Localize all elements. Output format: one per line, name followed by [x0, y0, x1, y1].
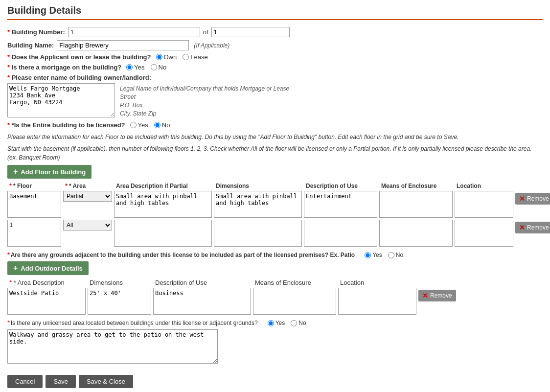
- building-name-input[interactable]: [57, 40, 189, 50]
- outdoor-1-remove-label: Remove: [430, 292, 452, 299]
- unlicensed-yes-label[interactable]: Yes: [268, 320, 285, 326]
- desc-use-col-head: Description of Use: [306, 183, 379, 189]
- grounds-required-star: *: [7, 252, 10, 258]
- outdoor-dimensions-head: Dimensions: [90, 279, 153, 286]
- floor-2-remove-button[interactable]: ✕ Remove: [515, 222, 550, 233]
- building-number-total-input[interactable]: [211, 27, 290, 37]
- own-option-label[interactable]: Own: [156, 53, 177, 61]
- grounds-no-radio[interactable]: [388, 252, 394, 258]
- floor-2-floor-input[interactable]: 1: [7, 220, 61, 247]
- lease-option-label[interactable]: Lease: [183, 53, 207, 61]
- owner-textarea[interactable]: Wells Fargo Mortgage 1234 Bank Ave Fargo…: [7, 83, 115, 117]
- save-button[interactable]: Save: [46, 375, 76, 388]
- outdoor-1-location-input[interactable]: [338, 288, 416, 315]
- outdoor-1-dimensions-input[interactable]: 25' x 40': [88, 288, 151, 315]
- unlicensed-required-star: *: [7, 320, 10, 326]
- area-desc-col-head: Area Description if Partial: [116, 183, 214, 189]
- floor-col-head: * Floor: [9, 183, 63, 189]
- entire-yes-label[interactable]: Yes: [130, 121, 148, 129]
- location-col-head: Location: [457, 183, 515, 189]
- of-label: of: [203, 28, 208, 36]
- mortgage-row: Is there a mortgage on the building? Yes…: [7, 64, 543, 71]
- unlicensed-no-radio[interactable]: [291, 320, 297, 326]
- outdoor-1-desc-use-input[interactable]: Business: [153, 288, 251, 315]
- outdoor-location-head: Location: [340, 279, 418, 286]
- outdoor-1-action-cell: ✕ Remove: [418, 288, 467, 301]
- cancel-button[interactable]: Cancel: [7, 375, 43, 388]
- if-applicable-text: (If Applicable): [194, 42, 229, 49]
- floor-1-area-select[interactable]: Partial All: [63, 191, 112, 202]
- entire-no-radio[interactable]: [154, 122, 160, 128]
- owner-grid: Wells Fargo Mortgage 1234 Bank Ave Fargo…: [7, 83, 543, 117]
- floor-1-floor-input[interactable]: Basement: [7, 191, 61, 218]
- grounds-yes-radio[interactable]: [365, 252, 371, 258]
- entire-building-label: *Is the Entire building to be licensed?: [7, 121, 125, 129]
- building-name-label: Building Name:: [7, 42, 54, 49]
- unlicensed-yes-radio[interactable]: [268, 320, 274, 326]
- outdoor-plus-icon: +: [13, 264, 18, 273]
- unlicensed-no-label[interactable]: No: [291, 320, 306, 326]
- outdoor-row-1: Westside Patio 25' x 40' Business ✕ Remo…: [7, 288, 543, 315]
- building-number-label: Building Number:: [7, 28, 65, 36]
- save-close-button[interactable]: Save & Close: [79, 375, 133, 388]
- outdoor-1-means-enclosure-input[interactable]: [253, 288, 336, 315]
- footer-buttons: Cancel Save Save & Close: [7, 375, 543, 388]
- entire-building-radio-group: Yes No: [130, 121, 170, 129]
- own-lease-row: Does the Applicant own or lease the buil…: [7, 53, 543, 61]
- entire-yes-radio[interactable]: [130, 122, 137, 128]
- floor-2-desc-use-input[interactable]: [304, 220, 377, 247]
- outdoor-1-x-icon: ✕: [422, 292, 428, 300]
- lease-radio[interactable]: [183, 54, 189, 60]
- add-floor-button[interactable]: + Add Floor to Building: [7, 165, 92, 179]
- floor-1-area-cell: Partial All: [63, 191, 112, 202]
- unlicensed-label: Is there any unlicensed area located bet…: [11, 320, 258, 326]
- unlicensed-textarea[interactable]: Walkway and grassy area to get to the pa…: [7, 329, 218, 364]
- floor-1-location-input[interactable]: [455, 191, 513, 218]
- own-radio[interactable]: [156, 54, 162, 60]
- floor-1-means-enclosure-input[interactable]: [379, 191, 453, 218]
- mortgage-no-radio[interactable]: [151, 64, 157, 70]
- add-outdoor-button[interactable]: + Add Outdoor Details: [7, 261, 89, 275]
- mortgage-yes-radio[interactable]: [126, 64, 133, 70]
- owner-section: Please enter name of building owner/land…: [7, 74, 543, 117]
- grounds-label: Are there any grounds adjacent to the bu…: [11, 252, 355, 258]
- floor-2-action-cell: ✕ Remove: [515, 220, 550, 233]
- unlicensed-row: * Is there any unlicensed area located b…: [7, 320, 543, 326]
- floor-2-area-desc-input[interactable]: [114, 220, 212, 247]
- floor-2-x-icon: ✕: [519, 224, 525, 231]
- floor-2-area-select[interactable]: All Partial: [63, 220, 112, 231]
- outdoor-grid-header: * Area Description Dimensions Descriptio…: [7, 279, 543, 286]
- floor-1-area-desc-input[interactable]: Small area with pinball and high tables: [114, 191, 212, 218]
- floor-2-dimensions-input[interactable]: [214, 220, 302, 247]
- floor-row-1: Basement Partial All Small area with pin…: [7, 191, 543, 218]
- mortgage-radio-group: Yes No: [126, 64, 166, 71]
- outdoor-1-remove-button[interactable]: ✕ Remove: [418, 290, 456, 301]
- building-number-input[interactable]: [68, 27, 200, 37]
- floor-1-desc-use-input[interactable]: Entertainment: [304, 191, 377, 218]
- grounds-yes-label[interactable]: Yes: [365, 252, 382, 258]
- page-title: Building Details: [7, 5, 543, 16]
- add-outdoor-label: Add Outdoor Details: [21, 265, 82, 272]
- floor-row-2: 1 All Partial ✕ Remove: [7, 220, 543, 247]
- floor-2-location-input[interactable]: [455, 220, 513, 247]
- outdoor-means-enclosure-head: Means of Enclosure: [255, 279, 338, 286]
- owner-hint2: Street: [120, 93, 289, 100]
- mortgage-yes-label[interactable]: Yes: [126, 64, 144, 71]
- building-name-row: Building Name: (If Applicable): [7, 40, 543, 50]
- owner-hint1: Legal Name of Individual/Company that ho…: [120, 85, 289, 92]
- floor-1-dimensions-input[interactable]: Small area with pinball and high tables: [214, 191, 302, 218]
- entire-no-label[interactable]: No: [154, 121, 170, 129]
- add-floor-label: Add Floor to Building: [21, 168, 86, 176]
- outdoor-action-head: [420, 279, 469, 286]
- means-enclosure-col-head: Means of Enclosure: [381, 183, 455, 189]
- mortgage-label: Is there a mortgage on the building?: [7, 64, 121, 71]
- own-lease-label: Does the Applicant own or lease the buil…: [7, 53, 151, 61]
- outdoor-1-area-desc-input[interactable]: Westside Patio: [7, 288, 86, 315]
- grounds-row: * Are there any grounds adjacent to the …: [7, 252, 543, 258]
- floor-2-means-enclosure-input[interactable]: [379, 220, 453, 247]
- grounds-no-label[interactable]: No: [388, 252, 403, 258]
- floor-1-remove-button[interactable]: ✕ Remove: [515, 193, 550, 205]
- mortgage-no-label[interactable]: No: [151, 64, 167, 71]
- floor-1-action-cell: ✕ Remove: [515, 191, 550, 205]
- building-number-row: Building Number: of: [7, 27, 543, 37]
